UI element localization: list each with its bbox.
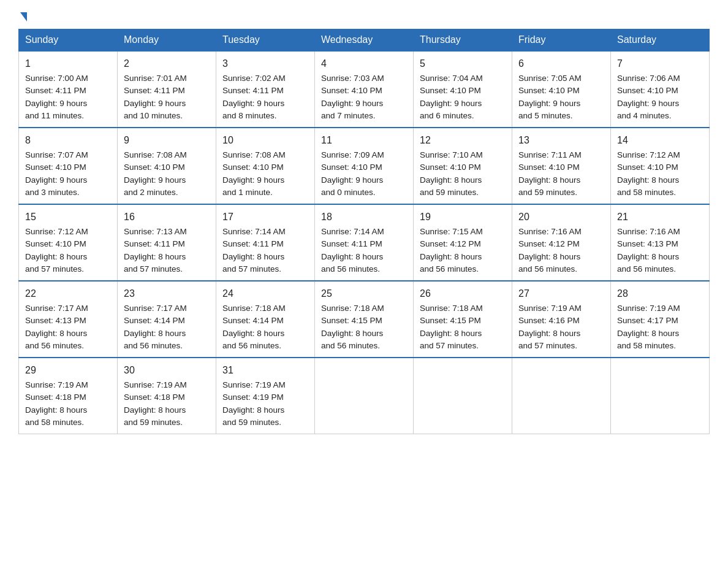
calendar-cell-19: 19 Sunrise: 7:15 AM Sunset: 4:12 PM Dayl…	[414, 204, 512, 281]
sunrise-text: Sunrise: 7:11 AM	[518, 150, 582, 159]
day-number: 28	[617, 286, 703, 301]
sunrise-text: Sunrise: 7:18 AM	[420, 304, 483, 313]
sunset-text: Sunset: 4:10 PM	[617, 86, 678, 95]
daylight-text: Daylight: 8 hours	[25, 329, 87, 338]
daylight-minutes-text: and 10 minutes.	[124, 111, 183, 120]
calendar-cell-24: 24 Sunrise: 7:18 AM Sunset: 4:14 PM Dayl…	[216, 281, 315, 358]
day-number: 30	[124, 363, 210, 378]
sunset-text: Sunset: 4:11 PM	[124, 239, 185, 248]
daylight-text: Daylight: 8 hours	[420, 329, 482, 338]
sunset-text: Sunset: 4:19 PM	[222, 393, 284, 402]
day-number: 27	[518, 286, 604, 301]
daylight-text: Daylight: 9 hours	[25, 175, 87, 185]
calendar-cell-27: 27 Sunrise: 7:19 AM Sunset: 4:16 PM Dayl…	[512, 281, 611, 358]
sunset-text: Sunset: 4:18 PM	[25, 393, 86, 402]
sunrise-text: Sunrise: 7:13 AM	[124, 227, 187, 236]
day-number: 24	[222, 286, 308, 301]
sunrise-text: Sunrise: 7:01 AM	[124, 74, 187, 83]
daylight-minutes-text: and 7 minutes.	[321, 111, 376, 120]
day-number: 22	[25, 286, 111, 301]
calendar-cell-23: 23 Sunrise: 7:17 AM Sunset: 4:14 PM Dayl…	[118, 281, 216, 358]
sunrise-text: Sunrise: 7:12 AM	[25, 227, 88, 236]
sunrise-text: Sunrise: 7:00 AM	[25, 74, 88, 83]
sunset-text: Sunset: 4:10 PM	[222, 163, 284, 172]
sunset-text: Sunset: 4:18 PM	[124, 393, 185, 402]
day-number: 14	[617, 133, 703, 148]
sunrise-text: Sunrise: 7:19 AM	[25, 380, 88, 389]
sunrise-text: Sunrise: 7:10 AM	[420, 150, 483, 159]
day-number: 31	[222, 363, 308, 378]
week-row-2: 8 Sunrise: 7:07 AM Sunset: 4:10 PM Dayli…	[19, 128, 710, 204]
calendar-cell-2: 2 Sunrise: 7:01 AM Sunset: 4:11 PM Dayli…	[118, 51, 216, 128]
sunrise-text: Sunrise: 7:06 AM	[617, 74, 680, 83]
day-number: 25	[321, 286, 407, 301]
calendar-cell-28: 28 Sunrise: 7:19 AM Sunset: 4:17 PM Dayl…	[611, 281, 710, 358]
calendar-cell-20: 20 Sunrise: 7:16 AM Sunset: 4:12 PM Dayl…	[512, 204, 611, 281]
daylight-text: Daylight: 8 hours	[617, 252, 679, 261]
day-number: 23	[124, 286, 210, 301]
daylight-minutes-text: and 2 minutes.	[124, 188, 178, 197]
sunset-text: Sunset: 4:11 PM	[321, 239, 382, 248]
day-number: 29	[25, 363, 111, 378]
sunrise-text: Sunrise: 7:16 AM	[617, 227, 680, 236]
daylight-minutes-text: and 5 minutes.	[518, 111, 573, 120]
daylight-minutes-text: and 59 minutes.	[222, 418, 281, 427]
daylight-text: Daylight: 8 hours	[25, 405, 87, 415]
column-header-saturday: Saturday	[611, 29, 710, 52]
daylight-minutes-text: and 56 minutes.	[518, 264, 577, 274]
daylight-minutes-text: and 57 minutes.	[420, 341, 479, 350]
daylight-text: Daylight: 9 hours	[222, 99, 284, 108]
daylight-minutes-text: and 57 minutes.	[518, 341, 577, 350]
calendar-cell-16: 16 Sunrise: 7:13 AM Sunset: 4:11 PM Dayl…	[118, 204, 216, 281]
sunset-text: Sunset: 4:10 PM	[124, 163, 185, 172]
day-number: 13	[518, 133, 604, 148]
daylight-minutes-text: and 56 minutes.	[321, 341, 380, 350]
daylight-text: Daylight: 8 hours	[617, 329, 679, 338]
calendar-cell-17: 17 Sunrise: 7:14 AM Sunset: 4:11 PM Dayl…	[216, 204, 315, 281]
day-number: 1	[25, 56, 111, 71]
sunset-text: Sunset: 4:10 PM	[518, 86, 580, 95]
sunset-text: Sunset: 4:10 PM	[420, 163, 481, 172]
daylight-text: Daylight: 8 hours	[222, 329, 284, 338]
sunset-text: Sunset: 4:14 PM	[124, 316, 185, 325]
calendar-cell-14: 14 Sunrise: 7:12 AM Sunset: 4:10 PM Dayl…	[611, 128, 710, 204]
day-number: 6	[518, 56, 604, 71]
daylight-text: Daylight: 8 hours	[321, 252, 383, 261]
day-number: 26	[420, 286, 506, 301]
daylight-text: Daylight: 8 hours	[321, 329, 383, 338]
calendar-cell-7: 7 Sunrise: 7:06 AM Sunset: 4:10 PM Dayli…	[611, 51, 710, 128]
day-number: 2	[124, 56, 210, 71]
day-number: 18	[321, 210, 407, 224]
sunset-text: Sunset: 4:10 PM	[25, 163, 86, 172]
daylight-minutes-text: and 8 minutes.	[222, 111, 277, 120]
week-row-5: 29 Sunrise: 7:19 AM Sunset: 4:18 PM Dayl…	[19, 358, 710, 434]
day-number: 17	[222, 210, 308, 224]
sunrise-text: Sunrise: 7:05 AM	[518, 74, 582, 83]
day-number: 12	[420, 133, 506, 148]
sunset-text: Sunset: 4:10 PM	[420, 86, 481, 95]
logo-triangle-icon	[20, 12, 27, 21]
day-number: 7	[617, 56, 703, 71]
calendar-cell-25: 25 Sunrise: 7:18 AM Sunset: 4:15 PM Dayl…	[315, 281, 414, 358]
calendar-cell-22: 22 Sunrise: 7:17 AM Sunset: 4:13 PM Dayl…	[19, 281, 118, 358]
daylight-minutes-text: and 11 minutes.	[25, 111, 84, 120]
calendar-cell-15: 15 Sunrise: 7:12 AM Sunset: 4:10 PM Dayl…	[19, 204, 118, 281]
daylight-minutes-text: and 56 minutes.	[222, 341, 281, 350]
calendar-cell-30: 30 Sunrise: 7:19 AM Sunset: 4:18 PM Dayl…	[118, 358, 216, 434]
daylight-minutes-text: and 57 minutes.	[124, 264, 183, 274]
daylight-minutes-text: and 57 minutes.	[222, 264, 281, 274]
calendar-cell-18: 18 Sunrise: 7:14 AM Sunset: 4:11 PM Dayl…	[315, 204, 414, 281]
daylight-text: Daylight: 9 hours	[124, 175, 186, 185]
sunset-text: Sunset: 4:13 PM	[617, 239, 678, 248]
sunrise-text: Sunrise: 7:12 AM	[617, 150, 680, 159]
sunset-text: Sunset: 4:11 PM	[25, 86, 86, 95]
calendar-cell-empty	[512, 358, 611, 434]
calendar-cell-4: 4 Sunrise: 7:03 AM Sunset: 4:10 PM Dayli…	[315, 51, 414, 128]
sunrise-text: Sunrise: 7:19 AM	[518, 304, 582, 313]
daylight-minutes-text: and 4 minutes.	[617, 111, 672, 120]
daylight-text: Daylight: 8 hours	[124, 405, 186, 415]
daylight-text: Daylight: 8 hours	[518, 252, 580, 261]
daylight-text: Daylight: 8 hours	[222, 405, 284, 415]
sunrise-text: Sunrise: 7:08 AM	[222, 150, 286, 159]
day-number: 4	[321, 56, 407, 71]
